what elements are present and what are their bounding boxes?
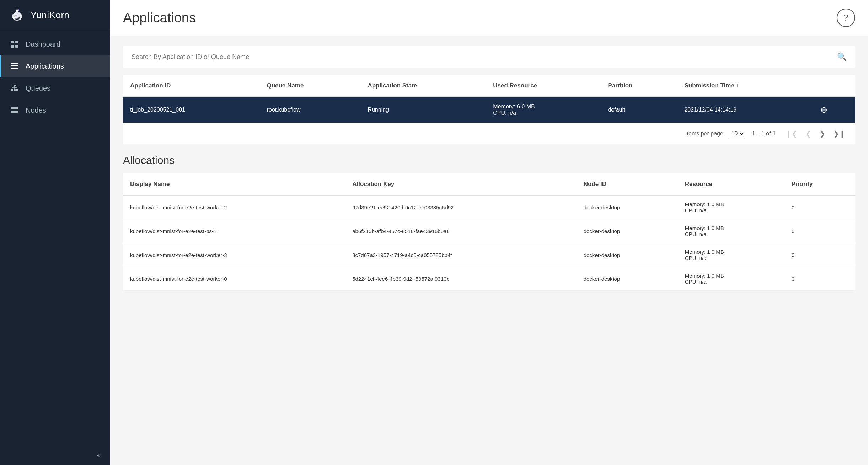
- page-info: 1 – 1 of 1: [752, 130, 776, 137]
- alloc-key-cell: 97d39e21-ee92-420d-9c12-ee03335c5d92: [345, 195, 577, 219]
- alloc-priority-cell: 0: [784, 267, 855, 291]
- alloc-node-id-cell: docker-desktop: [577, 195, 678, 219]
- col-header-submission-time: Submission Time ↓: [677, 75, 813, 97]
- sidebar-item-queues[interactable]: Queues: [0, 77, 110, 99]
- applications-table: Application ID Queue Name Application St…: [123, 75, 855, 123]
- alloc-node-id-cell: docker-desktop: [577, 267, 678, 291]
- table-row[interactable]: kubeflow/dist-mnist-for-e2e-test-worker-…: [123, 195, 855, 219]
- col-header-app-state: Application State: [360, 75, 486, 97]
- submission-time-cell: 2021/12/04 14:14:19: [677, 97, 813, 123]
- main-content: Applications ? 🔍 Application ID Queue Na…: [110, 0, 868, 465]
- app-state-cell: Running: [360, 97, 486, 123]
- allocations-title: Allocations: [123, 154, 855, 166]
- applications-table-container: Application ID Queue Name Application St…: [123, 75, 855, 144]
- pagination-row: Items per page: 10 25 50 1 – 1 of 1 ❙❮ ❮…: [123, 123, 855, 144]
- sidebar-logo: YuniKorn: [0, 0, 110, 30]
- alloc-display-name-cell: kubeflow/dist-mnist-for-e2e-test-ps-1: [123, 219, 345, 243]
- sidebar-item-applications[interactable]: Applications: [0, 55, 110, 77]
- alloc-col-display-name: Display Name: [123, 173, 345, 195]
- svg-rect-5: [11, 41, 14, 43]
- svg-rect-7: [11, 45, 14, 48]
- search-bar: 🔍: [123, 46, 855, 68]
- svg-point-23: [16, 108, 17, 109]
- main-header: Applications ?: [110, 0, 868, 36]
- svg-rect-15: [16, 89, 18, 91]
- sidebar-item-label-applications: Applications: [26, 62, 64, 70]
- items-per-page-label: Items per page:: [685, 130, 725, 137]
- sidebar-item-dashboard[interactable]: Dashboard: [0, 33, 110, 55]
- sidebar-item-label-queues: Queues: [26, 84, 50, 92]
- per-page-select[interactable]: 10 25 50: [728, 129, 745, 138]
- row-action-cell: ⊖: [813, 97, 855, 123]
- applications-table-header: Application ID Queue Name Application St…: [123, 75, 855, 97]
- alloc-priority-cell: 0: [784, 219, 855, 243]
- sidebar-nav: Dashboard Applications: [0, 30, 110, 446]
- alloc-col-priority: Priority: [784, 173, 855, 195]
- col-header-action: [813, 75, 855, 97]
- svg-point-24: [16, 112, 17, 113]
- queue-name-cell: root.kubeflow: [259, 97, 360, 123]
- hierarchy-icon: [10, 84, 19, 93]
- remove-row-button[interactable]: ⊖: [820, 105, 827, 115]
- allocations-table-header: Display Name Allocation Key Node ID Reso…: [123, 173, 855, 195]
- alloc-col-node-id: Node ID: [577, 173, 678, 195]
- table-row[interactable]: kubeflow/dist-mnist-for-e2e-test-ps-1 ab…: [123, 219, 855, 243]
- list-icon: [10, 62, 19, 71]
- prev-page-button[interactable]: ❮: [803, 128, 814, 139]
- table-row[interactable]: tf_job_20200521_001 root.kubeflow Runnin…: [123, 97, 855, 123]
- help-button[interactable]: ?: [837, 9, 855, 27]
- alloc-display-name-cell: kubeflow/dist-mnist-for-e2e-test-worker-…: [123, 195, 345, 219]
- col-header-app-id: Application ID: [123, 75, 259, 97]
- allocations-table-body: kubeflow/dist-mnist-for-e2e-test-worker-…: [123, 195, 855, 291]
- next-page-button[interactable]: ❯: [816, 128, 828, 139]
- table-row[interactable]: kubeflow/dist-mnist-for-e2e-test-worker-…: [123, 243, 855, 267]
- allocations-table-container: Display Name Allocation Key Node ID Reso…: [123, 173, 855, 291]
- alloc-resource-cell: Memory: 1.0 MBCPU: n/a: [678, 267, 784, 291]
- table-row[interactable]: kubeflow/dist-mnist-for-e2e-test-worker-…: [123, 267, 855, 291]
- logo-text: YuniKorn: [31, 10, 70, 21]
- allocations-table: Display Name Allocation Key Node ID Reso…: [123, 173, 855, 291]
- svg-rect-12: [14, 85, 16, 86]
- sidebar-item-label-nodes: Nodes: [26, 106, 46, 114]
- alloc-key-cell: 5d2241cf-4ee6-4b39-9d2f-59572af9310c: [345, 267, 577, 291]
- sidebar-item-label-dashboard: Dashboard: [26, 40, 60, 48]
- svg-rect-26: [12, 112, 15, 113]
- search-input[interactable]: [132, 53, 837, 61]
- content-area: 🔍 Application ID Queue Name Application …: [110, 36, 868, 301]
- sidebar-item-nodes[interactable]: Nodes: [0, 99, 110, 121]
- alloc-node-id-cell: docker-desktop: [577, 243, 678, 267]
- applications-table-body: tf_job_20200521_001 root.kubeflow Runnin…: [123, 97, 855, 123]
- svg-rect-13: [11, 89, 13, 91]
- alloc-resource-cell: Memory: 1.0 MBCPU: n/a: [678, 195, 784, 219]
- pagination-buttons: ❙❮ ❮ ❯ ❯❙: [783, 128, 848, 139]
- alloc-display-name-cell: kubeflow/dist-mnist-for-e2e-test-worker-…: [123, 243, 345, 267]
- svg-point-4: [16, 15, 17, 16]
- page-title: Applications: [123, 10, 196, 26]
- col-header-queue-name: Queue Name: [259, 75, 360, 97]
- search-icon[interactable]: 🔍: [837, 52, 847, 62]
- alloc-resource-cell: Memory: 1.0 MBCPU: n/a: [678, 243, 784, 267]
- alloc-key-cell: ab6f210b-afb4-457c-8516-fae43916b0a6: [345, 219, 577, 243]
- svg-rect-8: [15, 45, 18, 48]
- alloc-key-cell: 8c7d67a3-1957-4719-a4c5-ca055785bb4f: [345, 243, 577, 267]
- svg-rect-10: [11, 65, 18, 66]
- first-page-button[interactable]: ❙❮: [783, 128, 800, 139]
- partition-cell: default: [601, 97, 677, 123]
- svg-rect-11: [11, 68, 18, 69]
- app-id-cell: tf_job_20200521_001: [123, 97, 259, 123]
- items-per-page: Items per page: 10 25 50: [685, 129, 745, 138]
- alloc-node-id-cell: docker-desktop: [577, 219, 678, 243]
- svg-rect-14: [14, 89, 16, 91]
- sidebar: YuniKorn Dashboard: [0, 0, 110, 465]
- alloc-display-name-cell: kubeflow/dist-mnist-for-e2e-test-worker-…: [123, 267, 345, 291]
- col-header-partition: Partition: [601, 75, 677, 97]
- svg-rect-6: [15, 41, 18, 43]
- used-resource-cell: Memory: 6.0 MBCPU: n/a: [486, 97, 601, 123]
- svg-rect-9: [11, 63, 18, 64]
- last-page-button[interactable]: ❯❙: [830, 128, 848, 139]
- logo-icon: [9, 6, 26, 23]
- grid-icon: [10, 39, 19, 49]
- alloc-col-allocation-key: Allocation Key: [345, 173, 577, 195]
- server-icon: [10, 106, 19, 115]
- sidebar-collapse-button[interactable]: «: [0, 446, 110, 465]
